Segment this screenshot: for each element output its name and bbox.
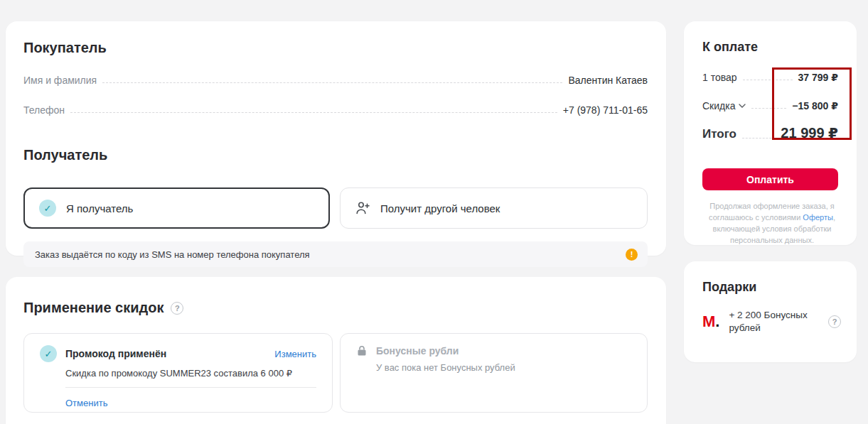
- dotted-leader: [102, 82, 562, 83]
- bonus-title: Бонусные рубли: [376, 345, 459, 357]
- divider: [65, 387, 316, 388]
- summary-total-row: Итого 21 999 ₽: [702, 124, 838, 141]
- person-plus-icon: [355, 200, 370, 216]
- items-price: 37 799 ₽: [798, 72, 838, 83]
- recipient-options: ✓ Я получатель Получит другой человек: [23, 187, 648, 229]
- promo-top-row: ✓ Промокод применён Изменить: [40, 345, 316, 362]
- option-other-recipient[interactable]: Получит другой человек: [340, 187, 648, 229]
- chevron-down-icon: [739, 104, 746, 108]
- bonus-top-row: Бонусные рубли: [356, 345, 631, 357]
- gifts-title: Подарки: [702, 280, 841, 295]
- pay-button[interactable]: Оплатить: [702, 168, 838, 190]
- option-other-label: Получит другой человек: [380, 202, 500, 214]
- promo-cancel-link[interactable]: Отменить: [65, 398, 107, 408]
- warning-icon[interactable]: !: [626, 249, 638, 261]
- discount-subcards: ✓ Промокод применён Изменить Скидка по п…: [23, 333, 648, 413]
- promo-description: Скидка по промокоду SUMMER23 составила 6…: [65, 368, 316, 379]
- promo-change-link[interactable]: Изменить: [274, 349, 316, 359]
- name-value: Валентин Катаев: [568, 75, 648, 86]
- buyer-title: Покупатель: [23, 40, 648, 56]
- total-label: Итого: [702, 127, 736, 141]
- recipient-title: Получатель: [23, 147, 648, 163]
- question-icon[interactable]: ?: [171, 302, 183, 315]
- sms-note-bar: Заказ выдаётся по коду из SMS на номер т…: [23, 241, 648, 267]
- total-amount: 21 999 ₽: [781, 124, 838, 141]
- sms-note-text: Заказ выдаётся по коду из SMS на номер т…: [35, 249, 626, 260]
- gift-bonus-text: + 2 200 Бонусных рублей: [729, 309, 828, 335]
- bonus-description: У вас пока нет Бонусных рублей: [376, 362, 631, 373]
- offer-link[interactable]: Оферты: [803, 213, 833, 222]
- payment-summary-card: К оплате 1 товар 37 799 ₽ Скидка −15 800…: [684, 21, 857, 245]
- lock-icon: [356, 345, 368, 357]
- phone-value: +7 (978) 711-01-65: [563, 104, 648, 116]
- buyer-name-row: Имя и фамилия Валентин Катаев: [23, 75, 648, 86]
- buyer-card: Покупатель Имя и фамилия Валентин Катаев…: [6, 21, 666, 256]
- check-icon: ✓: [39, 200, 56, 217]
- dotted-leader: [742, 138, 775, 138]
- dotted-leader: [743, 80, 793, 80]
- summary-discount-row: Скидка −15 800 ₽: [702, 100, 838, 112]
- bonus-rubles-card: Бонусные рубли У вас пока нет Бонусных р…: [340, 333, 648, 413]
- phone-label: Телефон: [23, 104, 65, 116]
- items-count-label: 1 товар: [702, 72, 737, 83]
- discount-label[interactable]: Скидка: [702, 100, 746, 112]
- discounts-header: Применение скидок ?: [23, 300, 648, 316]
- gift-bonus-row: М. + 2 200 Бонусных рублей ?: [702, 309, 841, 335]
- option-self-label: Я получатель: [66, 202, 133, 214]
- name-label: Имя и фамилия: [23, 75, 97, 86]
- check-icon: ✓: [40, 345, 57, 362]
- question-icon[interactable]: ?: [828, 315, 841, 328]
- discounts-card: Применение скидок ? ✓ Промокод применён …: [6, 277, 666, 424]
- discount-amount: −15 800 ₽: [792, 100, 838, 112]
- buyer-phone-row: Телефон +7 (978) 711-01-65: [23, 104, 648, 116]
- summary-items-row: 1 товар 37 799 ₽: [702, 72, 838, 83]
- gifts-card: Подарки М. + 2 200 Бонусных рублей ?: [684, 261, 857, 362]
- summary-title: К оплате: [702, 40, 838, 55]
- mvideo-logo-icon: М.: [702, 314, 719, 330]
- discounts-title: Применение скидок: [23, 300, 164, 316]
- promo-applied-card: ✓ Промокод применён Изменить Скидка по п…: [23, 333, 333, 413]
- legal-text: Продолжая оформление заказа, я соглашаюс…: [702, 200, 842, 246]
- promo-title: Промокод применён: [65, 348, 266, 359]
- option-self-recipient[interactable]: ✓ Я получатель: [23, 187, 330, 229]
- dotted-leader: [751, 108, 786, 109]
- dotted-leader: [70, 112, 557, 113]
